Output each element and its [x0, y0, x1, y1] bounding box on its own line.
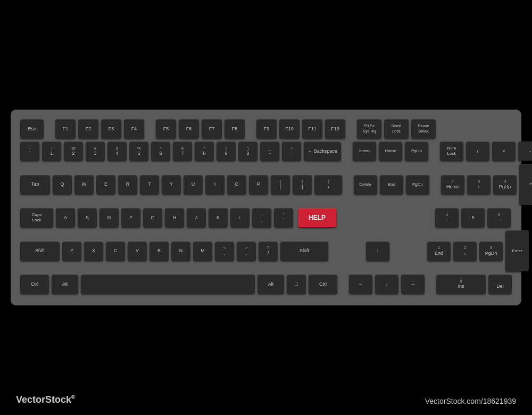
key-right[interactable]: → [401, 275, 425, 294]
key-num0[interactable]: 0Ins [436, 275, 486, 294]
key-alt-left[interactable]: Alt [52, 275, 78, 294]
key-minus[interactable]: _- [260, 142, 279, 161]
key-pgup-nav[interactable]: PgUp [405, 142, 428, 161]
key-ctrl-right[interactable]: Ctrl [309, 275, 337, 294]
key-num-div[interactable]: / [466, 142, 489, 161]
key-l[interactable]: L [230, 208, 250, 227]
key-backspace[interactable]: ← Backspace [304, 142, 341, 161]
key-num-enter[interactable]: Enter [505, 230, 529, 271]
key-q[interactable]: Q [53, 175, 72, 194]
key-num4[interactable]: 4← [435, 208, 459, 227]
key-9[interactable]: (9 [217, 142, 236, 161]
key-c[interactable]: C [106, 242, 125, 261]
key-delete[interactable]: Delete [354, 175, 377, 194]
key-6[interactable]: ^6 [151, 142, 170, 161]
key-y[interactable]: Y [162, 175, 181, 194]
key-f11[interactable]: F11 [302, 119, 322, 138]
key-tab[interactable]: Tab [20, 175, 50, 194]
key-pgdn-nav[interactable]: PgDn [406, 175, 429, 194]
key-capslock[interactable]: CapsLock [20, 208, 53, 227]
key-w[interactable]: W [74, 175, 94, 194]
key-num9[interactable]: 9PgUp [493, 175, 517, 194]
key-f2[interactable]: F2 [78, 119, 98, 138]
key-f4[interactable]: F4 [124, 119, 144, 138]
key-7[interactable]: &7 [173, 142, 192, 161]
key-equals[interactable]: += [282, 142, 301, 161]
key-backslash[interactable]: |\ [314, 175, 342, 194]
key-comma[interactable]: <, [215, 242, 234, 261]
key-rbracket[interactable]: }] [293, 175, 312, 194]
key-space[interactable] [81, 275, 255, 294]
key-f7[interactable]: F7 [202, 119, 222, 138]
key-p[interactable]: P [249, 175, 268, 194]
key-f8[interactable]: F8 [225, 119, 245, 138]
key-f10[interactable]: F10 [279, 119, 300, 138]
key-quote[interactable]: "' [274, 208, 293, 227]
key-help[interactable]: HELP [298, 208, 336, 227]
key-t[interactable]: T [140, 175, 159, 194]
key-home[interactable]: Home [379, 142, 402, 161]
key-ctrl-left[interactable]: Ctrl [20, 275, 49, 294]
key-shift-right[interactable]: Shift [280, 242, 328, 261]
key-shift-left[interactable]: Shift [20, 242, 60, 261]
key-backtick[interactable]: ~` [20, 142, 39, 161]
key-num-plus[interactable]: + [519, 164, 532, 205]
key-left[interactable]: ← [349, 275, 372, 294]
key-prtsc[interactable]: Prt ScSys Rq [357, 119, 381, 138]
key-lbracket[interactable]: {[ [271, 175, 290, 194]
key-8[interactable]: *8 [195, 142, 214, 161]
key-f12[interactable]: F12 [325, 119, 345, 138]
key-alt-right[interactable]: Alt [257, 275, 284, 294]
key-n[interactable]: N [171, 242, 190, 261]
key-f6[interactable]: F6 [179, 119, 199, 138]
key-1[interactable]: !1 [42, 142, 61, 161]
key-d[interactable]: D [99, 208, 119, 227]
key-num2[interactable]: 2↓ [453, 242, 477, 261]
key-b[interactable]: B [149, 242, 169, 261]
key-r[interactable]: R [118, 175, 137, 194]
key-4[interactable]: $4 [107, 142, 127, 161]
key-semicolon[interactable]: :; [252, 208, 271, 227]
key-s[interactable]: S [78, 208, 97, 227]
key-3[interactable]: #3 [86, 142, 105, 161]
key-down[interactable]: ↓ [375, 275, 398, 294]
key-num8[interactable]: 8↑ [467, 175, 491, 194]
key-f1[interactable]: F1 [55, 119, 76, 138]
key-num5[interactable]: 5 [461, 208, 485, 227]
key-f[interactable]: F [121, 208, 140, 227]
key-z[interactable]: Z [62, 242, 81, 261]
key-f5[interactable]: F5 [156, 119, 176, 138]
key-k[interactable]: K [209, 208, 228, 227]
key-v[interactable]: V [128, 242, 147, 261]
key-i[interactable]: I [205, 175, 225, 194]
key-period[interactable]: >. [237, 242, 256, 261]
key-num7[interactable]: 7Home [441, 175, 464, 194]
key-f9[interactable]: F9 [256, 119, 277, 138]
key-m[interactable]: M [193, 242, 212, 261]
key-end[interactable]: End [380, 175, 403, 194]
key-a[interactable]: A [56, 208, 75, 227]
key-g[interactable]: G [143, 208, 162, 227]
key-insert[interactable]: Insert [353, 142, 376, 161]
key-5[interactable]: %5 [129, 142, 148, 161]
key-num1[interactable]: 1End [427, 242, 451, 261]
key-u[interactable]: U [184, 175, 203, 194]
key-num-minus[interactable]: - [518, 142, 532, 161]
key-h[interactable]: H [165, 208, 184, 227]
key-j[interactable]: J [187, 208, 206, 227]
key-slash[interactable]: ?/ [259, 242, 278, 261]
key-e[interactable]: E [96, 175, 115, 194]
key-x[interactable]: X [84, 242, 103, 261]
key-menu[interactable]: □ [287, 275, 306, 294]
key-up[interactable]: ↑ [366, 242, 389, 261]
key-scrolllock[interactable]: ScrollLock [384, 119, 409, 138]
key-num-del[interactable]: .Del [488, 275, 512, 294]
key-f3[interactable]: F3 [101, 119, 121, 138]
key-numlock[interactable]: NumLock [440, 142, 463, 161]
key-0[interactable]: )0 [238, 142, 257, 161]
key-num3[interactable]: 3PgDn [479, 242, 503, 261]
key-2[interactable]: @2 [64, 142, 83, 161]
key-esc[interactable]: Esc [20, 119, 44, 138]
key-num-mul[interactable]: × [492, 142, 516, 161]
key-pause[interactable]: PauseBreak [411, 119, 436, 138]
